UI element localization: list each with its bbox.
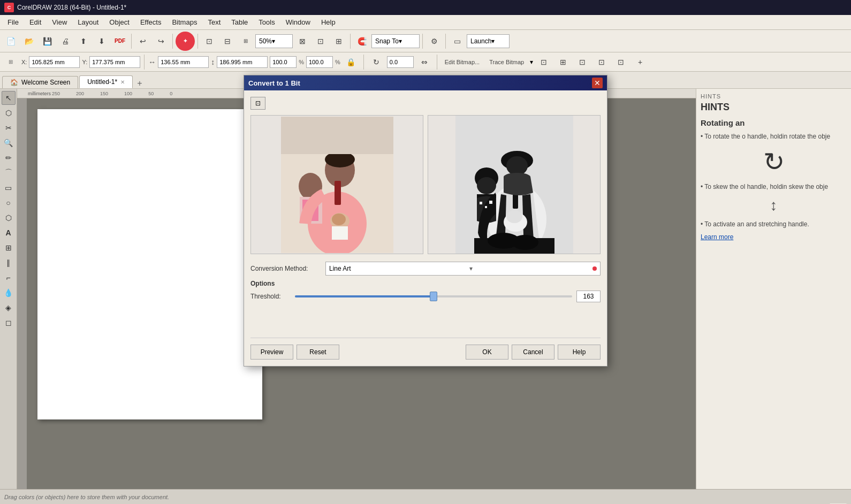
bitmap-effects-btn3[interactable]: ⊡	[574, 54, 591, 71]
node-edit-tool-btn[interactable]: ⬡	[2, 106, 16, 120]
print-btn[interactable]: 🖨	[57, 33, 74, 50]
help-btn[interactable]: Help	[558, 345, 601, 360]
bitmap-effects-btn1[interactable]: ⊡	[535, 54, 552, 71]
canvas-page	[37, 109, 262, 419]
menu-help[interactable]: Help	[316, 16, 341, 28]
menu-effects[interactable]: Effects	[135, 16, 167, 28]
eyedropper-tool-btn[interactable]: 💧	[2, 286, 16, 300]
bitmap-effects-btn4[interactable]: ⊡	[593, 54, 610, 71]
palette-bar: Drag colors (or objects) here to store t…	[0, 489, 851, 504]
undo-btn[interactable]: ↩	[134, 33, 151, 50]
save-btn[interactable]: 💾	[39, 33, 56, 50]
tab-close-btn[interactable]: ✕	[120, 79, 125, 85]
menu-object[interactable]: Object	[104, 16, 135, 28]
select-tool-btn[interactable]: ↖	[2, 91, 16, 105]
export-btn[interactable]: ⬇	[93, 33, 110, 50]
edit-bitmap-btn[interactable]: Edit Bitmap...	[441, 54, 483, 71]
text-tool-btn[interactable]: A	[2, 226, 16, 240]
fill-tool-btn[interactable]: ◈	[2, 301, 16, 315]
connector-tool-btn[interactable]: ⌐	[2, 271, 16, 285]
width-pct-unit: %	[299, 59, 304, 65]
width-field[interactable]	[158, 56, 209, 68]
reset-btn[interactable]: Reset	[297, 345, 339, 360]
menu-view[interactable]: View	[47, 16, 72, 28]
hints-text-3: • To activate an and stretching handle.	[701, 219, 847, 229]
tab-welcome[interactable]: 🏠 Welcome Screen	[2, 76, 78, 88]
zoom-area-btn[interactable]: ⊞	[237, 33, 254, 50]
threshold-value-input[interactable]	[576, 291, 601, 302]
menu-file[interactable]: File	[2, 16, 24, 28]
bitmap-effects-btn2[interactable]: ⊞	[554, 54, 572, 71]
svg-rect-23	[485, 206, 487, 208]
dialog-close-btn[interactable]: ✕	[592, 78, 603, 88]
smart-draw-tool-btn[interactable]: ⌒	[2, 166, 16, 180]
rotate-field[interactable]	[387, 56, 414, 68]
menu-table[interactable]: Table	[226, 16, 253, 28]
preview-toggle-btn[interactable]: ⊡	[250, 97, 265, 110]
height-pct-field[interactable]	[306, 56, 333, 68]
rectangle-tool-btn[interactable]: ▭	[2, 181, 16, 195]
skew-diagram: ↕	[701, 197, 847, 214]
workspace-btn[interactable]: ▭	[449, 33, 466, 50]
menu-bitmaps[interactable]: Bitmaps	[166, 16, 202, 28]
zoom-dropdown[interactable]: 50% ▾	[255, 34, 293, 48]
trace-bitmap-btn[interactable]: Trace Bitmap	[485, 54, 528, 71]
launch-dropdown[interactable]: Launch ▾	[467, 34, 510, 48]
add-perspective-btn[interactable]: +	[632, 54, 649, 71]
tab-add-btn[interactable]: +	[134, 79, 145, 88]
svg-point-10	[332, 213, 346, 225]
fit-page-btn[interactable]: ⊡	[201, 33, 218, 50]
eraser-tool-btn[interactable]: ◻	[2, 316, 16, 330]
properties-bar: ⊞ X: Y: ↔ ↕ % % 🔒 ↻ ⇔ Edit Bitmap... Tra…	[0, 52, 851, 72]
open-file-btn[interactable]: 📂	[20, 33, 37, 50]
bitmap-effects-btn5[interactable]: ⊡	[612, 54, 629, 71]
height-field[interactable]	[217, 56, 268, 68]
rotate-cw-btn[interactable]: ↻	[368, 54, 385, 71]
cancel-btn[interactable]: Cancel	[512, 345, 554, 360]
snap-options-btn[interactable]: 🧲	[353, 33, 370, 50]
menu-layout[interactable]: Layout	[72, 16, 104, 28]
menu-bar: File Edit View Layout Object Effects Bit…	[0, 15, 851, 30]
x-field[interactable]	[29, 56, 80, 68]
zoom-tool-btn[interactable]: 🔍	[2, 136, 16, 150]
menu-text[interactable]: Text	[202, 16, 226, 28]
conversion-method-dropdown[interactable]: Line Art ▾	[325, 262, 601, 276]
width-pct-field[interactable]	[270, 56, 297, 68]
preview-btn[interactable]: Preview	[250, 345, 293, 360]
menu-edit[interactable]: Edit	[24, 16, 47, 28]
y-field[interactable]	[89, 56, 140, 68]
threshold-thumb[interactable]	[430, 292, 437, 301]
table-tool-btn[interactable]: ⊞	[2, 241, 16, 255]
hints-section-title: Rotating an	[701, 118, 847, 127]
snap-to-dropdown[interactable]: Snap To ▾	[371, 34, 420, 48]
ruler-mark-250: 250	[52, 91, 60, 96]
bw-preview	[428, 115, 601, 254]
crop-tool-btn[interactable]: ✂	[2, 121, 16, 135]
new-file-btn[interactable]: 📄	[2, 33, 19, 50]
settings-btn[interactable]: ⚙	[426, 33, 443, 50]
import-btn[interactable]: ⬆	[75, 33, 92, 50]
tab-document[interactable]: Untitled-1* ✕	[79, 75, 133, 88]
view-btn[interactable]: ⊠	[294, 33, 311, 50]
conversion-dropdown-arrow: ▾	[469, 265, 473, 272]
polygon-tool-btn[interactable]: ⬡	[2, 211, 16, 225]
flip-h-btn[interactable]: ⇔	[416, 54, 433, 71]
menu-tools[interactable]: Tools	[253, 16, 280, 28]
pdf-btn[interactable]: PDF	[111, 33, 128, 50]
redo-btn[interactable]: ↪	[153, 33, 170, 50]
ok-btn[interactable]: OK	[466, 345, 508, 360]
grid-btn[interactable]: ⊞	[330, 33, 347, 50]
corel-logo-btn[interactable]: ✦	[176, 32, 195, 51]
options-section: Options Threshold:	[250, 280, 601, 302]
zoom-page-btn[interactable]: ⊟	[219, 33, 236, 50]
wireframe-btn[interactable]: ⊡	[312, 33, 329, 50]
freehand-tool-btn[interactable]: ✏	[2, 151, 16, 165]
learn-more-link[interactable]: Learn more	[701, 233, 733, 241]
main-toolbar: 📄 📂 💾 🖨 ⬆ ⬇ PDF ↩ ↪ ✦ ⊡ ⊟ ⊞ 50% ▾ ⊠ ⊡ ⊞ …	[0, 30, 851, 52]
lock-ratio-btn[interactable]: 🔒	[343, 54, 360, 71]
parallel-tool-btn[interactable]: ∥	[2, 256, 16, 270]
hints-text-2: • To skew the ol handle, holdin skew the…	[701, 182, 847, 192]
menu-window[interactable]: Window	[280, 16, 316, 28]
tab-doc-label: Untitled-1*	[87, 78, 117, 86]
ellipse-tool-btn[interactable]: ○	[2, 196, 16, 210]
